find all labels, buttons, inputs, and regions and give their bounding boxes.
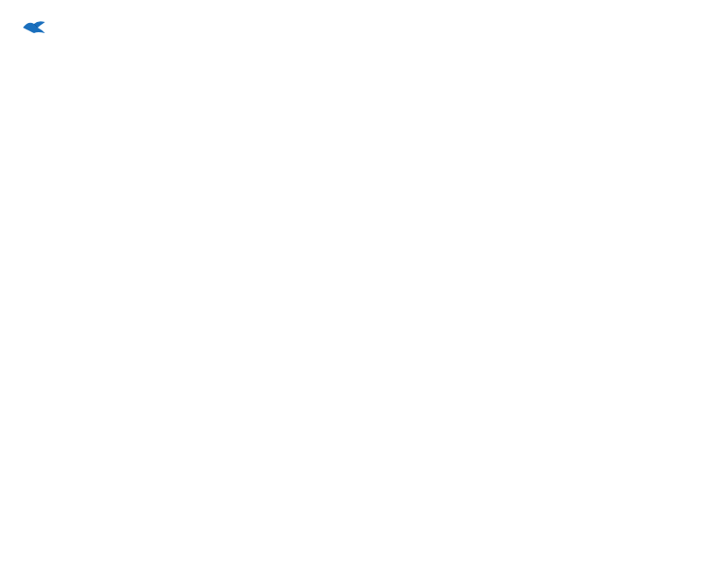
bird-icon [21,18,47,37]
logo-line2 [18,18,47,37]
logo [18,18,47,37]
header [18,18,710,37]
